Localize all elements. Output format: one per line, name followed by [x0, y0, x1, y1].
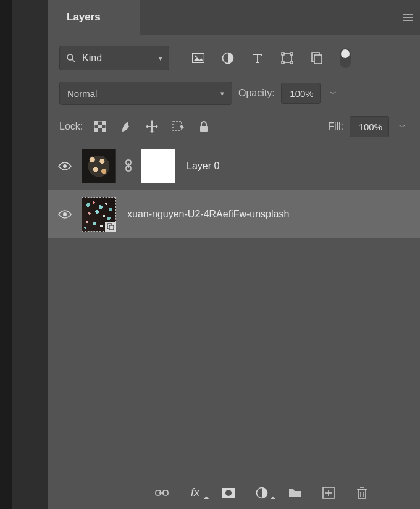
lock-image-icon[interactable] — [119, 119, 133, 134]
fill-label: Fill: — [328, 121, 343, 132]
ruler-gutter — [0, 0, 12, 509]
fx-icon: fx — [191, 486, 200, 499]
layer-visibility-toggle[interactable] — [57, 209, 73, 219]
hamburger-icon — [403, 14, 413, 21]
filter-row: Kind ▾ — [59, 46, 409, 70]
layer-thumbnail[interactable] — [82, 149, 116, 183]
chevron-down-icon: ▾ — [220, 90, 224, 98]
layer-row[interactable]: xuan-nguyen-U2-4RAefiFw-unsplash — [48, 190, 420, 238]
smart-object-badge — [105, 222, 116, 232]
fill-input[interactable]: 100% — [350, 116, 389, 137]
canvas-area — [0, 0, 48, 509]
svg-point-31 — [225, 490, 232, 496]
svg-rect-8 — [282, 61, 284, 64]
layer-name-label[interactable]: xuan-nguyen-U2-4RAefiFw-unsplash — [127, 209, 289, 220]
filter-shape-icon[interactable] — [278, 49, 296, 67]
filter-adjustment-icon[interactable] — [219, 49, 237, 67]
layer-thumbnail[interactable] — [82, 197, 116, 232]
blend-mode-select[interactable]: Normal ▾ — [59, 82, 232, 105]
lock-artboard-icon[interactable] — [170, 119, 185, 134]
layer-row[interactable]: Layer 0 — [48, 142, 420, 190]
blend-opacity-row: Normal ▾ Opacity: 100% ﹀ — [59, 82, 409, 105]
eye-icon — [58, 209, 72, 219]
svg-rect-17 — [102, 128, 106, 132]
svg-rect-19 — [200, 126, 208, 132]
svg-rect-6 — [282, 53, 284, 55]
filter-toggle-switch[interactable] — [340, 48, 351, 68]
lock-all-icon[interactable] — [196, 119, 211, 134]
filter-smartobject-icon[interactable] — [308, 49, 326, 67]
layers-panel: Layers Kind ▾ — [48, 0, 420, 509]
lock-icons-group — [93, 119, 211, 134]
svg-rect-7 — [290, 53, 293, 55]
chevron-down-icon: ▾ — [159, 54, 162, 62]
svg-rect-15 — [98, 125, 102, 128]
new-layer-button[interactable] — [321, 485, 337, 501]
filter-type-select[interactable]: Kind ▾ — [59, 46, 169, 70]
filter-pixel-icon[interactable] — [189, 49, 208, 67]
svg-rect-14 — [102, 121, 106, 125]
link-layers-button[interactable] — [154, 485, 170, 501]
filter-type-label: Kind — [82, 53, 153, 64]
lock-position-icon[interactable] — [145, 119, 159, 134]
svg-point-3 — [195, 55, 196, 57]
svg-rect-13 — [94, 121, 98, 125]
lock-label: Lock: — [59, 121, 83, 132]
layer-fx-button[interactable]: fx — [187, 485, 203, 501]
fill-flyout-button[interactable]: ﹀ — [395, 116, 409, 137]
filter-icons-group — [189, 48, 351, 68]
svg-rect-18 — [173, 122, 182, 130]
svg-rect-2 — [193, 54, 204, 63]
opacity-label: Opacity: — [238, 88, 275, 99]
panel-menu-button[interactable] — [395, 0, 420, 35]
svg-rect-36 — [358, 490, 366, 498]
eye-icon — [58, 161, 72, 171]
svg-rect-11 — [314, 55, 322, 64]
blend-mode-value: Normal — [67, 88, 97, 99]
layers-bottom-toolbar: fx — [48, 476, 420, 509]
layer-name-label[interactable]: Layer 0 — [187, 161, 219, 172]
layers-tab-label: Layers — [67, 11, 101, 23]
fill-value: 100% — [359, 122, 382, 132]
panel-tabbar: Layers — [48, 0, 420, 35]
delete-layer-button[interactable] — [354, 485, 370, 501]
svg-point-24 — [63, 212, 67, 216]
svg-point-20 — [63, 164, 67, 168]
layers-list: Layer 0 xuan-nguyen-U2-4RAefiFw-unsplash — [48, 142, 420, 476]
new-group-button[interactable] — [287, 485, 303, 501]
layer-visibility-toggle[interactable] — [57, 161, 73, 171]
opacity-input[interactable]: 100% — [281, 83, 321, 104]
filter-type-text-icon[interactable] — [248, 49, 267, 67]
add-mask-button[interactable] — [220, 485, 237, 501]
svg-point-0 — [67, 54, 73, 60]
opacity-flyout-button[interactable]: ﹀ — [327, 83, 340, 104]
lock-fill-row: Lock: Fill: — [59, 116, 409, 137]
svg-rect-26 — [109, 225, 114, 230]
svg-rect-9 — [290, 61, 293, 64]
search-icon — [66, 53, 76, 63]
mask-link-icon[interactable] — [125, 159, 132, 174]
opacity-value: 100% — [290, 88, 313, 99]
layer-mask-thumbnail[interactable] — [141, 149, 175, 183]
svg-line-1 — [72, 59, 75, 62]
add-adjustment-button[interactable] — [254, 485, 270, 501]
svg-rect-16 — [94, 128, 98, 132]
lock-transparency-icon[interactable] — [93, 119, 107, 134]
layers-tab[interactable]: Layers — [56, 0, 140, 35]
layers-controls: Kind ▾ — [48, 35, 420, 141]
fill-control: Fill: 100% ﹀ — [328, 116, 409, 137]
opacity-control: Opacity: 100% ﹀ — [238, 83, 340, 104]
